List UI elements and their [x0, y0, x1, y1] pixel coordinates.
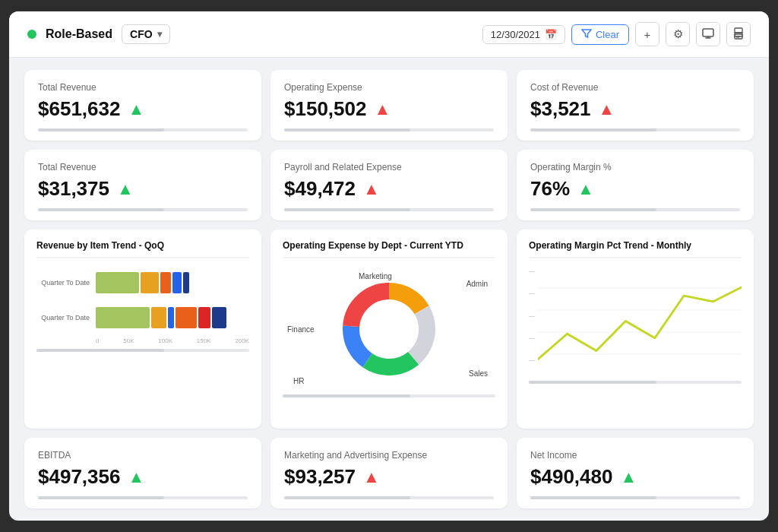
kpi-value-row: $3,521 ▲: [530, 97, 740, 121]
chart-divider: [283, 257, 495, 258]
kpi-value: $150,502: [284, 97, 366, 121]
kpi-label: Cost of Revenue: [530, 82, 740, 93]
kpi-value-row: $497,356 ▲: [38, 465, 248, 489]
bar-row-1: Quarter To Date: [36, 272, 249, 293]
donut-chart-title: Operating Expense by Dept - Current YTD: [283, 240, 495, 251]
kpi-label: Total Revenue: [38, 82, 248, 93]
chevron-down-icon: ▾: [157, 29, 162, 40]
bar-segment: [198, 307, 210, 328]
bar-row-2: Quarter To Date: [36, 307, 249, 328]
kpi-label: Total Revenue: [38, 162, 248, 173]
trend-up-icon: ▲: [363, 469, 380, 486]
kpi-bar: [284, 128, 494, 131]
trend-up-icon: ▲: [374, 101, 391, 118]
kpi-card-net-income: Net Income $490,480 ▲: [517, 438, 754, 508]
kpi-value-row: $49,472 ▲: [284, 177, 494, 201]
line-chart-title: Operating Margin Pct Trend - Monthly: [529, 240, 742, 251]
kpi-card-marketing-expense: Marketing and Advertising Expense $93,25…: [270, 438, 508, 508]
kpi-label: EBITDA: [38, 450, 248, 461]
date-picker[interactable]: 12/30/2021 📅: [482, 25, 565, 44]
bar-segment: [160, 272, 171, 293]
kpi-value-row: $490,480 ▲: [530, 465, 740, 489]
line-chart-card: Operating Margin Pct Trend - Monthly — —…: [517, 230, 754, 429]
chart-footer-bar: [529, 381, 742, 384]
add-button[interactable]: +: [635, 22, 659, 46]
status-dot: [27, 30, 36, 39]
svg-point-10: [365, 305, 413, 353]
trend-up-icon: ▲: [128, 101, 144, 118]
clear-label: Clear: [596, 29, 619, 40]
kpi-bar: [530, 208, 740, 211]
kpi-bar: [284, 496, 494, 499]
trend-up-icon: ▲: [599, 101, 615, 118]
kpi-value: $3,521: [530, 97, 591, 121]
x-label: 0: [96, 337, 99, 344]
kpi-bar: [38, 496, 248, 499]
x-label: 50K: [123, 337, 134, 344]
x-label: 100K: [158, 337, 172, 344]
chart-footer-bar: [36, 349, 249, 352]
bar-container: [96, 272, 249, 293]
charts-row: Revenue by Item Trend - QoQ Quarter To D…: [24, 230, 754, 429]
kpi-top-row: Total Revenue $651,632 ▲ Operating Expen…: [24, 70, 754, 141]
line-chart-container: — — — — —: [529, 266, 742, 376]
kpi-value: $490,480: [530, 465, 612, 489]
kpi-value-row: 76% ▲: [530, 177, 740, 201]
bar-chart: Quarter To Date Quarter To Date: [36, 266, 249, 334]
bar-segment: [172, 272, 182, 293]
print-icon: [732, 27, 745, 42]
kpi-card-operating-expense: Operating Expense $150,502 ▲: [270, 70, 508, 141]
bar-segment: [96, 272, 139, 293]
calendar-icon: 📅: [545, 29, 557, 40]
trend-up-icon: ▲: [620, 469, 637, 486]
donut-label-sales: Sales: [469, 369, 488, 378]
monitor-button[interactable]: [696, 22, 720, 46]
bar-segment: [151, 307, 166, 328]
y-label: —: [529, 312, 535, 319]
kpi-value: $49,472: [284, 177, 356, 201]
kpi-value: $31,375: [38, 177, 109, 201]
chart-divider: [36, 257, 249, 258]
donut-label-marketing: Marketing: [359, 272, 392, 280]
kpi-bar: [284, 208, 494, 211]
kpi-label: Net Income: [530, 450, 740, 461]
bar-segment: [183, 272, 189, 293]
main-window: Role-Based CFO ▾ 12/30/2021 📅 Clear +: [9, 11, 769, 521]
kpi-card-ebitda: EBITDA $497,356 ▲: [24, 438, 261, 508]
svg-rect-0: [703, 29, 713, 36]
bar-segment: [212, 307, 226, 328]
kpi-bar: [38, 128, 248, 131]
x-label: 200K: [235, 337, 249, 344]
bar-segment: [141, 272, 159, 293]
donut-svg: [336, 276, 442, 382]
plus-icon: +: [644, 28, 651, 41]
bar-segment: [96, 307, 150, 328]
y-label: —: [529, 334, 535, 341]
bar-label: Quarter To Date: [36, 314, 90, 321]
kpi-card-total-revenue: Total Revenue $651,632 ▲: [24, 70, 261, 141]
kpi-value-row: $651,632 ▲: [38, 97, 248, 121]
kpi-value: $651,632: [38, 97, 120, 121]
kpi-label: Marketing and Advertising Expense: [284, 450, 494, 461]
filter-icon: [581, 28, 592, 41]
kpi-value-row: $93,257 ▲: [284, 465, 494, 489]
bar-chart-card: Revenue by Item Trend - QoQ Quarter To D…: [24, 230, 261, 429]
kpi-value: $497,356: [38, 465, 120, 489]
svg-rect-3: [736, 36, 741, 36]
bar-segment: [168, 307, 174, 328]
kpi-card-operating-margin: Operating Margin % 76% ▲: [517, 150, 754, 220]
x-axis-labels: [529, 376, 742, 378]
clear-filter-button[interactable]: Clear: [571, 24, 629, 45]
bar-label: Quarter To Date: [36, 279, 90, 287]
kpi-value: $93,257: [284, 465, 356, 489]
kpi-mid-row: Total Revenue $31,375 ▲ Payroll and Rela…: [24, 150, 754, 220]
settings-button[interactable]: ⚙: [666, 22, 690, 46]
kpi-bar: [530, 128, 740, 131]
line-chart-area: [538, 266, 742, 376]
y-label: —: [529, 268, 535, 274]
kpi-value-row: $150,502 ▲: [284, 97, 494, 121]
date-value: 12/30/2021: [491, 29, 540, 40]
trend-up-icon: ▲: [128, 469, 144, 486]
print-button[interactable]: [726, 22, 751, 46]
role-dropdown[interactable]: CFO ▾: [122, 24, 170, 44]
